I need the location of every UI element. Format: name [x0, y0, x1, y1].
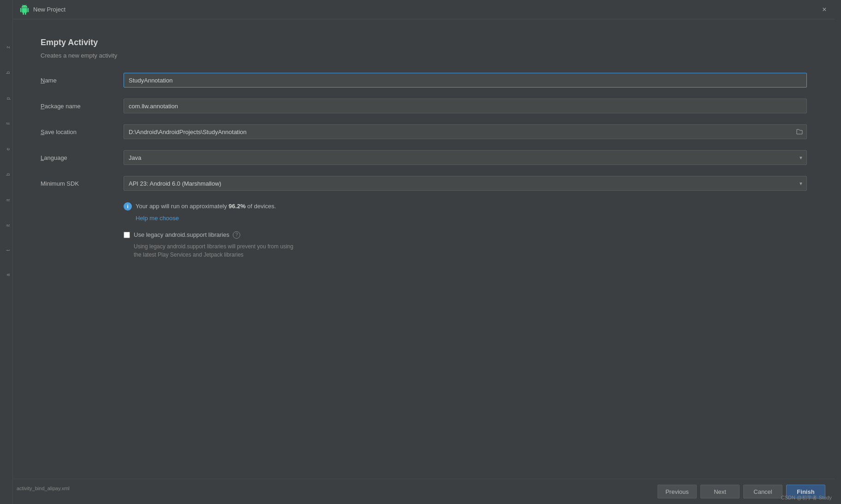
activity-type-subtitle: Creates a new empty activity: [41, 52, 807, 59]
sidebar-label-9: t: [6, 250, 11, 251]
legacy-libraries-description: Using legacy android.support libraries w…: [134, 242, 807, 259]
min-sdk-select[interactable]: API 16: Android 4.1 (Jelly Bean) API 21:…: [124, 176, 807, 191]
min-sdk-select-wrapper: API 16: Android 4.1 (Jelly Bean) API 21:…: [124, 176, 807, 191]
folder-icon: [796, 129, 803, 135]
legacy-libraries-section: Use legacy android.support libraries ? U…: [124, 231, 807, 259]
name-row: NNameame: [41, 73, 807, 88]
browse-button[interactable]: [792, 124, 807, 139]
save-location-row: Save location: [41, 124, 807, 139]
language-label: Language: [41, 154, 124, 161]
help-me-choose-link[interactable]: Help me choose: [136, 215, 179, 222]
coverage-line: i Your app will run on approximately 96.…: [124, 202, 807, 211]
coverage-text: Your app will run on approximately 96.2%…: [136, 202, 276, 211]
min-sdk-row: Minimum SDK API 16: Android 4.1 (Jelly B…: [41, 176, 807, 191]
save-location-label: Save location: [41, 129, 124, 135]
language-select-wrapper: Java Kotlin ▼: [124, 150, 807, 165]
sidebar-label-3: p: [6, 97, 11, 100]
sidebar-label-7: it: [6, 199, 11, 201]
dialog-footer: Previous Next Cancel Finish: [13, 479, 835, 504]
title-bar: New Project ×: [13, 0, 835, 19]
close-button[interactable]: ×: [821, 6, 828, 13]
sidebar-label-4: il: [6, 123, 11, 124]
title-bar-left: New Project: [19, 5, 65, 15]
sidebar-label-10: a: [6, 274, 11, 276]
sidebar-labels: z b p il e b it it t a: [0, 0, 12, 276]
package-label: Package name: [41, 103, 124, 110]
right-scrollbar[interactable]: [835, 0, 841, 504]
bottom-right-label: CSDN @初学者-Study: [781, 494, 832, 501]
previous-button[interactable]: Previous: [657, 485, 697, 498]
android-logo-icon: [19, 5, 30, 15]
activity-type-title: Empty Activity: [41, 38, 807, 47]
name-label: NNameame: [41, 77, 124, 84]
legacy-libraries-checkbox[interactable]: [124, 232, 130, 238]
cancel-button[interactable]: Cancel: [743, 485, 782, 498]
coverage-percentage: 96.2%: [229, 203, 246, 210]
dialog-title: New Project: [33, 6, 65, 13]
info-icon: i: [124, 202, 132, 211]
bottom-file-label: activity_bind_alipay.xml: [17, 486, 70, 491]
sidebar-label-6: b: [6, 173, 11, 176]
package-row: Package name: [41, 99, 807, 113]
sidebar-label-1: z: [6, 46, 11, 48]
legacy-checkbox-row: Use legacy android.support libraries ?: [124, 231, 807, 239]
next-button[interactable]: Next: [700, 485, 740, 498]
language-row: Language Java Kotlin ▼: [41, 150, 807, 165]
save-location-input[interactable]: [124, 124, 792, 139]
sidebar-label-2: b: [6, 71, 11, 74]
legacy-libraries-label: Use legacy android.support libraries: [134, 231, 229, 238]
package-input[interactable]: [124, 99, 807, 113]
sidebar-label-5: e: [6, 148, 11, 151]
device-coverage-info: i Your app will run on approximately 96.…: [124, 202, 807, 222]
legacy-libraries-help-icon[interactable]: ?: [233, 231, 240, 239]
left-sidebar: z b p il e b it it t a: [0, 0, 13, 504]
new-project-dialog: New Project × Empty Activity Creates a n…: [13, 0, 835, 504]
name-input[interactable]: [124, 73, 807, 88]
sidebar-label-8: it: [6, 224, 11, 227]
save-location-input-group: [124, 124, 807, 139]
language-select[interactable]: Java Kotlin: [124, 150, 807, 165]
min-sdk-label: Minimum SDK: [41, 180, 124, 187]
dialog-content: Empty Activity Creates a new empty activ…: [13, 19, 835, 479]
